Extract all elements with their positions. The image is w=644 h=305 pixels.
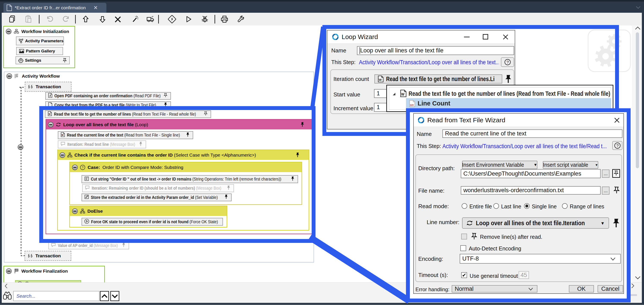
svg-text:W: W — [401, 92, 404, 96]
svg-text:?: ? — [506, 60, 509, 64]
svg-text:?: ? — [616, 143, 619, 148]
svg-text:123: 123 — [410, 104, 414, 106]
svg-text:W: W — [379, 78, 382, 81]
